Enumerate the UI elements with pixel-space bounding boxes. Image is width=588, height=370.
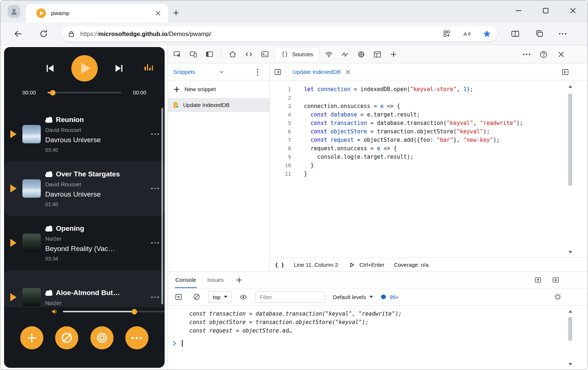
volume-slider[interactable] <box>63 309 165 315</box>
new-snippet-button[interactable]: New snippet <box>168 80 269 98</box>
levels-dropdown[interactable]: Default levels <box>333 294 373 300</box>
sidebar-layout-button[interactable] <box>203 48 216 61</box>
help-icon[interactable] <box>539 50 548 59</box>
track-menu-button[interactable] <box>150 242 160 244</box>
format-button[interactable]: { } <box>275 262 284 268</box>
play-track-button[interactable] <box>8 184 18 193</box>
browser-menu-icon[interactable] <box>559 33 566 35</box>
scrollbar-thumb[interactable] <box>568 93 572 186</box>
track-menu-button[interactable] <box>150 188 160 190</box>
play-track-button[interactable] <box>8 293 18 301</box>
add-button[interactable] <box>20 326 43 349</box>
clear-icon <box>193 293 201 301</box>
ellipsis-icon <box>132 337 142 339</box>
maximize-button[interactable] <box>541 6 551 16</box>
refresh-button[interactable] <box>39 29 49 39</box>
add-drawer-tab-button[interactable] <box>235 274 244 286</box>
minimize-button[interactable] <box>513 6 524 16</box>
close-window-button[interactable] <box>568 6 578 16</box>
code-editor[interactable]: 1234567891011 let connection = indexedDB… <box>270 81 588 258</box>
track-row[interactable]: Reunion David Rousset Davrous Universe 0… <box>4 107 165 161</box>
next-button[interactable] <box>112 61 126 76</box>
previous-button[interactable] <box>43 61 57 76</box>
tab-issues[interactable]: Issues <box>207 272 224 288</box>
devtools-menu-icon[interactable] <box>523 54 530 55</box>
track-title: Aloe-Almond But… <box>56 289 120 297</box>
volume-thumb[interactable] <box>132 309 137 315</box>
tab-performance[interactable] <box>339 48 351 61</box>
track-row[interactable]: Opening Noi2er Beyond Reality (Vac… 03:3… <box>4 216 165 270</box>
read-aloud-icon[interactable]: A <box>462 29 472 38</box>
open-in-panel-button[interactable] <box>561 68 569 76</box>
favorite-star-icon[interactable] <box>483 30 491 38</box>
context-selector[interactable]: top <box>208 291 232 302</box>
profile-button[interactable] <box>8 5 20 18</box>
editor-tab[interactable]: Update IndexedDB <box>286 64 358 80</box>
seek-thumb[interactable] <box>50 90 55 96</box>
pop-out-console-button[interactable] <box>534 276 542 284</box>
collapse-console-button[interactable] <box>552 276 560 284</box>
pane-menu-button[interactable] <box>253 69 262 76</box>
console-scrollbar[interactable] <box>567 309 573 367</box>
track-menu-button[interactable] <box>150 133 160 135</box>
track-info: Aloe-Almond But… Noi2er <box>45 289 146 306</box>
tab-home[interactable] <box>226 48 239 61</box>
cloud-icon <box>45 292 53 296</box>
filter-input[interactable] <box>255 291 325 303</box>
track-row[interactable]: Over The Stargates David Rousset Davrous… <box>4 161 165 216</box>
live-expression-button[interactable] <box>237 291 250 303</box>
back-button[interactable] <box>13 29 23 39</box>
scrollbar-thumb[interactable] <box>568 317 572 341</box>
chevron-down-icon[interactable] <box>219 69 225 75</box>
hide-navigator-button[interactable] <box>270 64 286 80</box>
visualizer-icon[interactable] <box>144 63 153 71</box>
more-button[interactable] <box>125 326 148 349</box>
apps-icon[interactable] <box>442 29 451 38</box>
close-devtools-button[interactable] <box>557 50 566 59</box>
lock-icon[interactable] <box>68 30 75 38</box>
play-button[interactable] <box>71 55 98 82</box>
play-track-button[interactable] <box>8 130 18 138</box>
messages-badge[interactable]: 99+ <box>380 294 399 301</box>
tab-elements[interactable] <box>243 48 255 61</box>
split-screen-icon[interactable] <box>510 29 520 39</box>
tab-console[interactable]: Console <box>175 272 196 288</box>
close-snippet-button[interactable] <box>345 69 351 75</box>
tab-memory[interactable] <box>355 48 368 61</box>
snippets-dropdown[interactable]: Snippets <box>173 69 195 75</box>
clear-playlist-button[interactable] <box>55 326 78 349</box>
playlist-scrollbar[interactable] <box>161 108 163 304</box>
tab-application[interactable] <box>371 48 384 61</box>
plus-icon <box>174 87 179 92</box>
tab-sources[interactable]: Sources <box>275 47 319 61</box>
scroll-up-button[interactable] <box>567 84 573 89</box>
console-output[interactable]: const transaction = database.transaction… <box>168 306 588 370</box>
console-sidebar-button[interactable] <box>172 291 185 303</box>
console-settings-button[interactable] <box>554 293 562 301</box>
scroll-up-button[interactable] <box>567 309 573 314</box>
inspect-button[interactable] <box>171 48 183 61</box>
editor-scrollbar[interactable] <box>567 84 573 255</box>
add-panel-button[interactable] <box>387 48 400 61</box>
track-row[interactable]: Aloe-Almond But… Noi2er <box>4 270 165 307</box>
volume-icon[interactable] <box>51 308 58 315</box>
scroll-down-button[interactable] <box>567 249 573 255</box>
close-tab-button[interactable] <box>155 10 161 17</box>
scroll-down-button[interactable] <box>567 362 573 367</box>
tab-network[interactable] <box>323 48 335 61</box>
clear-console-button[interactable] <box>190 291 203 303</box>
track-menu-button[interactable] <box>150 297 160 298</box>
play-track-button[interactable] <box>8 239 18 247</box>
device-toolbar-button[interactable] <box>187 48 200 61</box>
address-bar[interactable]: https://microsoftedge.github.io/Demos/pw… <box>61 26 498 42</box>
snippet-item[interactable]: Update IndexedDB <box>168 98 269 112</box>
collections-icon[interactable] <box>535 29 544 39</box>
record-button[interactable] <box>90 326 114 349</box>
seek-slider[interactable] <box>47 90 121 96</box>
run-snippet-button[interactable]: Ctrl+Enter <box>348 261 384 269</box>
code-lines[interactable]: let connection = indexedDB.open("keyval-… <box>295 81 588 258</box>
new-tab-button[interactable] <box>173 10 179 15</box>
console-prompt[interactable] <box>168 340 588 347</box>
browser-tab[interactable]: pwamp <box>26 4 168 22</box>
tab-console-panel[interactable] <box>259 48 271 61</box>
